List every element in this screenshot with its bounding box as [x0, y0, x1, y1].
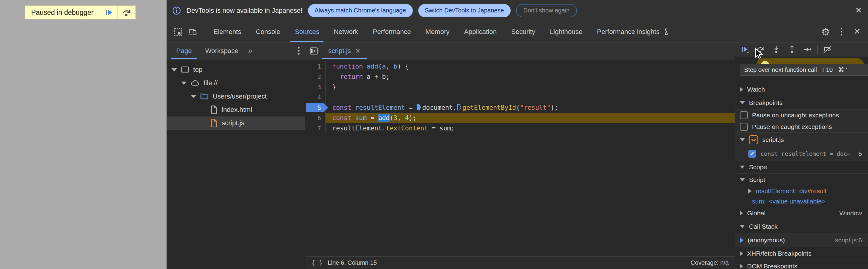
code-line-content[interactable]: const sum = add(3, 4); — [325, 113, 735, 123]
line-number[interactable]: 4 — [305, 92, 325, 103]
code-editor[interactable]: 1function add(a, b) {2 return a + b;3}45… — [305, 59, 735, 256]
tab-performance[interactable]: Performance — [366, 21, 418, 42]
gear-icon: ⚙ — [822, 27, 830, 37]
tab-console[interactable]: Console — [249, 21, 288, 42]
expander-icon[interactable] — [181, 82, 187, 85]
debugger-sidebar: Watch Breakpoints Pause on uncaught exce… — [735, 43, 868, 269]
step-over-button-banner[interactable] — [118, 6, 135, 19]
tree-item-file[interactable]: file:// — [167, 76, 305, 90]
pause-caught-row[interactable]: Pause on caught exceptions — [735, 121, 868, 133]
section-breakpoints[interactable]: Breakpoints — [735, 96, 868, 109]
variable-value-id: #result — [807, 187, 827, 194]
scope-global-group[interactable]: Global Window — [735, 207, 868, 220]
breakpoints-label: Breakpoints — [749, 99, 783, 106]
line-number-breakpoint[interactable]: 5 — [305, 103, 325, 113]
variable-value: <value unavailable> — [769, 198, 826, 205]
line-number[interactable]: 6 — [305, 113, 325, 123]
cursor-position: Line 6, Column 15 — [328, 259, 377, 266]
scope-script-group[interactable]: Script — [735, 174, 868, 186]
navigator-tab-page[interactable]: Page — [169, 43, 198, 59]
format-icon[interactable]: { } — [311, 259, 323, 267]
callstack-frame[interactable]: (anonymous) script.js:6 — [735, 233, 868, 247]
tab-performance-insights[interactable]: Performance insights — [590, 21, 677, 42]
global-label: Global — [747, 210, 766, 217]
tab-security[interactable]: Security — [504, 21, 542, 42]
tab-network[interactable]: Network — [327, 21, 366, 42]
script-file-icon: <> — [749, 135, 758, 144]
section-watch[interactable]: Watch — [735, 83, 868, 96]
code-line-content[interactable]: resultElement.textContent = sum; — [325, 123, 735, 133]
frame-location: script.js:6 — [835, 237, 862, 244]
editor-pane: script.js ✕ 1function add(a, b) {2 retur… — [305, 43, 735, 269]
tree-item-script-js[interactable]: script.js — [167, 116, 305, 130]
tab-memory[interactable]: Memory — [418, 21, 457, 42]
pause-uncaught-checkbox[interactable] — [740, 111, 748, 119]
tab-lighthouse[interactable]: Lighthouse — [542, 21, 590, 42]
dont-show-again-button[interactable]: Don't show again — [516, 4, 577, 17]
expander-icon[interactable] — [191, 95, 196, 98]
pause-caught-checkbox[interactable] — [740, 123, 748, 131]
cloud-icon — [190, 78, 200, 88]
code-line-content[interactable]: } — [325, 82, 735, 92]
code-line-content[interactable] — [325, 92, 735, 103]
expander-icon[interactable] — [172, 68, 177, 72]
breakpoint-entry[interactable]: const resultElement = doc⋯ 5 — [735, 147, 868, 160]
editor-statusbar: { } Line 6, Column 15 Coverage: n/a — [305, 256, 735, 269]
switch-to-japanese-button[interactable]: Switch DevTools to Japanese — [418, 4, 510, 17]
more-options-button[interactable] — [834, 28, 849, 35]
inline-breakpoint-candidate-icon[interactable] — [457, 104, 462, 111]
code-line-content[interactable]: function add(a, b) { — [325, 61, 735, 72]
infobar-close-icon[interactable]: ✕ — [855, 6, 862, 15]
paused-banner-label: Paused in debugger — [25, 6, 100, 19]
navigator-menu-button[interactable] — [298, 43, 305, 59]
resume-icon — [104, 8, 113, 17]
inspect-element-button[interactable] — [171, 21, 185, 42]
file-icon — [210, 105, 218, 114]
tree-item-top[interactable]: top — [167, 63, 305, 76]
tab-elements[interactable]: Elements — [206, 21, 249, 42]
code-line: 3} — [305, 82, 735, 92]
devtools-toolbar: ElementsConsoleSourcesNetworkPerformance… — [167, 21, 868, 43]
code-line-content[interactable]: return a + b; — [325, 72, 735, 82]
frame-icon — [181, 65, 190, 74]
tree-item-index-html[interactable]: index.html — [167, 103, 305, 116]
navigator-tab-workspace[interactable]: Workspace — [198, 43, 245, 59]
section-xhr-breakpoints[interactable]: XHR/fetch Breakpoints — [735, 247, 868, 260]
line-number[interactable]: 3 — [305, 82, 325, 92]
section-callstack[interactable]: Call Stack — [735, 220, 868, 233]
scope-var-resultelement[interactable]: resultElement: div#result — [735, 186, 868, 196]
chevron-down-icon — [740, 225, 745, 228]
scope-var-sum[interactable]: sum: <value unavailable> — [735, 196, 868, 207]
device-toolbar-button[interactable] — [185, 21, 200, 42]
editor-tab-scriptjs[interactable]: script.js ✕ — [322, 43, 367, 59]
section-dom-breakpoints[interactable]: DOM Breakpoints — [735, 260, 868, 269]
resume-execution-button[interactable] — [737, 43, 753, 56]
chevron-down-icon — [740, 178, 745, 181]
line-number[interactable]: 2 — [305, 72, 325, 82]
inline-breakpoint-icon[interactable] — [417, 104, 421, 111]
settings-button[interactable]: ⚙ — [818, 27, 834, 37]
breakpoint-checkbox[interactable] — [748, 150, 756, 158]
close-devtools-button[interactable]: ✕ — [849, 28, 865, 36]
scope-script-label: Script — [749, 176, 765, 184]
step-button[interactable] — [800, 43, 816, 56]
always-match-language-button[interactable]: Always match Chrome's language — [308, 4, 413, 17]
pause-uncaught-row[interactable]: Pause on uncaught exceptions — [735, 109, 868, 121]
tree-item-users-user-project[interactable]: Users/user/project — [167, 90, 305, 103]
close-tab-icon[interactable]: ✕ — [355, 47, 361, 55]
tab-application[interactable]: Application — [457, 21, 504, 42]
section-scope[interactable]: Scope — [735, 160, 868, 174]
tab-sources[interactable]: Sources — [287, 21, 327, 42]
line-number[interactable]: 1 — [305, 61, 325, 72]
line-number[interactable]: 7 — [305, 123, 325, 133]
resume-script-button[interactable] — [100, 6, 118, 19]
step-into-button[interactable] — [768, 43, 784, 56]
deactivate-breakpoints-button[interactable] — [819, 43, 835, 56]
global-value: Window — [839, 210, 862, 217]
paused-in-debugger-banner: Paused in debugger — [25, 5, 136, 20]
breakpoint-group-scriptjs[interactable]: <> script.js — [735, 133, 868, 147]
step-out-button[interactable] — [784, 43, 800, 56]
code-line-content[interactable]: const resultElement = document.getElemen… — [325, 103, 735, 113]
toggle-navigator-button[interactable] — [305, 43, 322, 59]
more-tabs-icon[interactable]: » — [245, 43, 256, 59]
